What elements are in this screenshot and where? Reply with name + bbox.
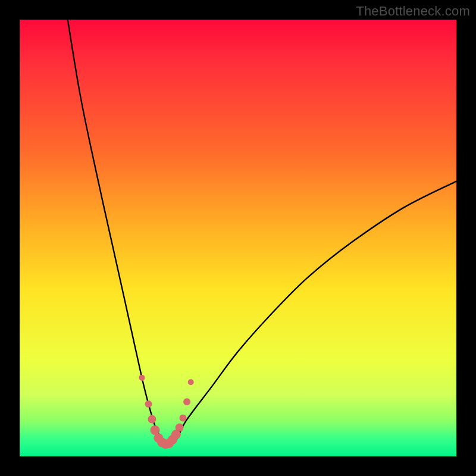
bottleneck-marker	[188, 379, 194, 385]
bottleneck-marker	[145, 400, 152, 408]
bottleneck-marker	[148, 415, 156, 424]
bottleneck-marker	[139, 375, 145, 381]
bottleneck-range-markers	[139, 375, 194, 449]
bottleneck-marker	[180, 414, 187, 421]
watermark-text: TheBottleneck.com	[356, 4, 470, 19]
bottleneck-marker	[176, 424, 184, 432]
chart-frame: TheBottleneck.com	[0, 0, 476, 476]
bottleneck-marker	[183, 398, 190, 405]
plot-area	[20, 20, 456, 456]
curve-layer	[20, 20, 456, 456]
bottleneck-curve	[68, 20, 456, 443]
